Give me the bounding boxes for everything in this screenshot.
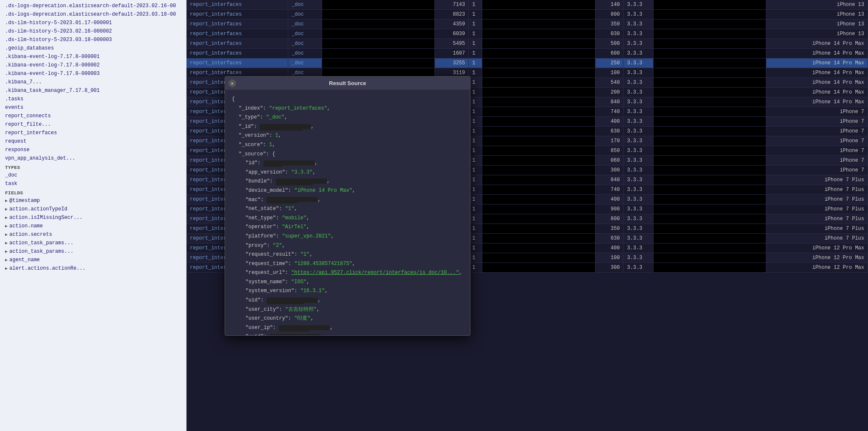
sidebar-item-13[interactable]: report_connects xyxy=(0,112,186,120)
cell-device: iPhone 12 Pro Max xyxy=(766,243,868,253)
sidebar-item-11[interactable]: .tasks xyxy=(0,95,186,103)
cell-num3: 400 xyxy=(595,243,623,253)
cell-num1: 6039 xyxy=(435,29,469,39)
sidebar-item-7[interactable]: .kibana-event-log-7.17.8-000002 xyxy=(0,61,186,69)
cell-black2 xyxy=(482,253,595,263)
cell-index: report_interfaces xyxy=(186,29,288,39)
sidebar-field-2[interactable]: ▶ action.isIMissingSecr... xyxy=(0,213,186,222)
cell-num2: 1 xyxy=(469,49,482,58)
types-section-title: Types xyxy=(0,163,186,171)
cell-num3: 100 xyxy=(595,68,623,78)
cell-black2 xyxy=(482,146,595,156)
cell-black2 xyxy=(482,243,595,253)
sidebar-item-16[interactable]: request xyxy=(0,137,186,146)
cell-black3 xyxy=(653,29,766,39)
cell-black2 xyxy=(482,185,595,195)
cell-black1 xyxy=(322,10,435,19)
cell-black2 xyxy=(482,214,595,224)
cell-num3: 400 xyxy=(595,195,623,204)
sidebar-item-18[interactable]: vpn_app_analysis_det... xyxy=(0,154,186,163)
cell-type: _doc xyxy=(288,58,322,68)
cell-ver: 3.3.3 xyxy=(623,263,654,273)
sidebar-field-1[interactable]: ▶ action.actionTypeId xyxy=(0,205,186,213)
sidebar-field-7[interactable]: ▶ agent_name xyxy=(0,256,186,264)
sidebar-item-3[interactable]: .ds-ilm-history-5-2023.02.16-000002 xyxy=(0,27,186,36)
cell-index: report_interfaces xyxy=(186,0,288,10)
sidebar-field-6[interactable]: ▶ action_task_params... xyxy=(0,247,186,256)
sidebar-item-1[interactable]: .ds-logs-deprecation.elasticsearch-defau… xyxy=(0,10,186,19)
cell-num1: 1607 xyxy=(435,49,469,58)
cell-black3 xyxy=(653,136,766,146)
sidebar-item-0[interactable]: .ds-logs-deprecation.elasticsearch-defau… xyxy=(0,2,186,10)
sidebar-field-4[interactable]: ▶ action.secrets xyxy=(0,230,186,239)
modal-header: × Result Source xyxy=(225,77,470,90)
cell-num1: 4359 xyxy=(435,19,469,29)
table-row[interactable]: report_interfaces _doc 6039 1 030 3.3.3 … xyxy=(186,29,868,39)
cell-num3: 800 xyxy=(595,10,623,19)
cell-num2: 1 xyxy=(469,156,482,166)
cell-black1 xyxy=(322,29,435,39)
cell-num2: 1 xyxy=(469,195,482,204)
cell-ver: 3.3.3 xyxy=(623,224,654,234)
table-row[interactable]: report_interfaces _doc 5495 1 500 3.3.3 … xyxy=(186,39,868,49)
cell-num2: 1 xyxy=(469,0,482,10)
table-row[interactable]: report_interfaces _doc 4359 1 350 3.3.3 … xyxy=(186,19,868,29)
cell-black3 xyxy=(653,243,766,253)
cell-num3: 500 xyxy=(595,39,623,49)
cell-num2: 1 xyxy=(469,185,482,195)
cell-num3: 170 xyxy=(595,136,623,146)
cell-ver: 3.3.3 xyxy=(623,10,654,19)
cell-ver: 3.3.3 xyxy=(623,243,654,253)
cell-black2 xyxy=(482,156,595,166)
cell-ver: 3.3.3 xyxy=(623,0,654,10)
cell-device: iPhone 7 xyxy=(766,107,868,117)
sidebar-field-0[interactable]: ▶ @timestamp xyxy=(0,196,186,205)
modal-close-button[interactable]: × xyxy=(228,80,236,87)
field-label-5: action_task_params... xyxy=(9,240,73,246)
cell-num3: 350 xyxy=(595,19,623,29)
sidebar-item-12[interactable]: events xyxy=(0,103,186,112)
sidebar-item-9[interactable]: .kibana_7... xyxy=(0,78,186,86)
sidebar-field-5[interactable]: ▶ action_task_params... xyxy=(0,239,186,247)
cell-black3 xyxy=(653,204,766,214)
cell-num2: 1 xyxy=(469,97,482,107)
cell-num3: 800 xyxy=(595,214,623,224)
field-label-7: agent_name xyxy=(9,257,40,263)
sidebar-item-8[interactable]: .kibana-event-log-7.17.8-000003 xyxy=(0,69,186,78)
cell-index: report_interfaces xyxy=(186,39,288,49)
sidebar-item-10[interactable]: .kibana_task_manager_7.17.8_001 xyxy=(0,86,186,95)
cell-black2 xyxy=(482,195,595,204)
cell-black2 xyxy=(482,175,595,185)
cell-device: iPhone 14 Pro Max xyxy=(766,88,868,97)
table-row[interactable]: report_interfaces _doc 7143 1 140 3.3.3 … xyxy=(186,0,868,10)
sidebar-type-1[interactable]: task xyxy=(0,180,186,188)
cell-type: _doc xyxy=(288,10,322,19)
cell-ver: 3.3.3 xyxy=(623,185,654,195)
sidebar-item-4[interactable]: .ds-ilm-history-5-2023.03.18-000003 xyxy=(0,36,186,44)
cell-num2: 1 xyxy=(469,224,482,234)
cell-num2: 1 xyxy=(469,39,482,49)
sidebar-item-5[interactable]: .geoip_databases xyxy=(0,44,186,52)
table-row[interactable]: report_interfaces _doc 3255 1 250 3.3.3 … xyxy=(186,58,868,68)
sidebar-type-0[interactable]: _doc xyxy=(0,171,186,180)
cell-ver: 3.3.3 xyxy=(623,214,654,224)
cell-ver: 3.3.3 xyxy=(623,136,654,146)
sidebar-field-8[interactable]: ▶ alert.actions.actionRe... xyxy=(0,264,186,273)
sidebar-item-2[interactable]: .ds-ilm-history-5-2023.01.17-000001 xyxy=(0,19,186,27)
table-row[interactable]: report_interfaces _doc 1607 1 600 3.3.3 … xyxy=(186,49,868,58)
cell-num3: 100 xyxy=(595,253,623,263)
cell-type: _doc xyxy=(288,0,322,10)
cell-num3: 900 xyxy=(595,204,623,214)
sidebar-item-15[interactable]: report_interfaces xyxy=(0,129,186,137)
sidebar-item-6[interactable]: .kibana-event-log-7.17.8-000001 xyxy=(0,52,186,61)
cell-num2: 1 xyxy=(469,214,482,224)
cell-black2 xyxy=(482,88,595,97)
sidebar-item-14[interactable]: report_filte... xyxy=(0,120,186,129)
sidebar-field-3[interactable]: ▶ action.name xyxy=(0,222,186,230)
table-row[interactable]: report_interfaces _doc 8823 1 800 3.3.3 … xyxy=(186,10,868,19)
cell-num3: 140 xyxy=(595,0,623,10)
cell-ver: 3.3.3 xyxy=(623,175,654,185)
sidebar-item-17[interactable]: response xyxy=(0,146,186,154)
cell-black3 xyxy=(653,117,766,127)
cell-black3 xyxy=(653,107,766,117)
